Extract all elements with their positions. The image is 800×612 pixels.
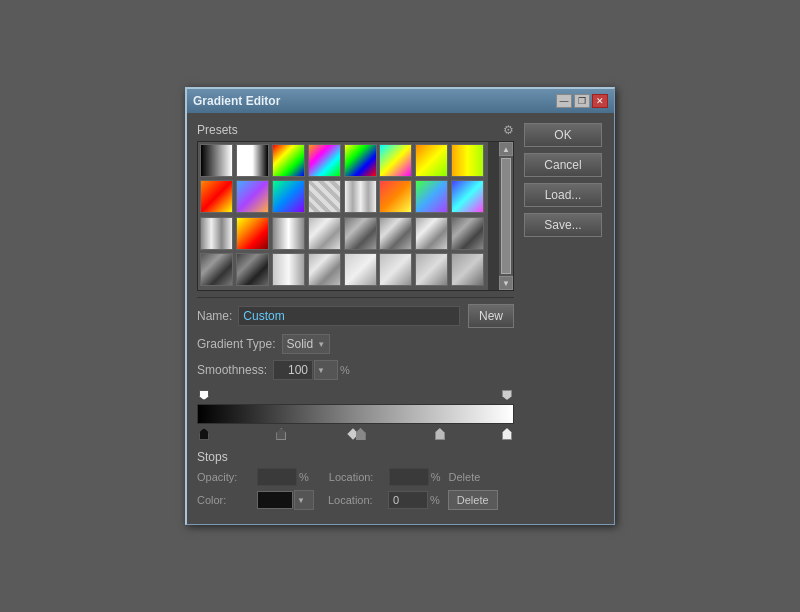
gradient-preview-area bbox=[197, 388, 514, 446]
presets-container: ▲ ▼ bbox=[197, 141, 514, 291]
color-stop-right[interactable] bbox=[502, 428, 512, 440]
stops-header: Stops bbox=[197, 450, 514, 464]
preset-item[interactable] bbox=[344, 217, 377, 250]
preset-item[interactable] bbox=[379, 253, 412, 286]
color-stop-second[interactable] bbox=[276, 428, 286, 440]
opacity-percent: % bbox=[299, 471, 309, 483]
preset-item[interactable] bbox=[272, 180, 305, 213]
color-location-label: Location: bbox=[328, 494, 388, 506]
divider bbox=[197, 297, 514, 298]
preset-item[interactable] bbox=[379, 217, 412, 250]
cancel-button[interactable]: Cancel bbox=[524, 153, 602, 177]
preset-item[interactable] bbox=[308, 217, 341, 250]
preset-item[interactable] bbox=[451, 253, 484, 286]
gradient-editor-dialog: Gradient Editor — ❐ ✕ Presets ⚙ bbox=[185, 87, 615, 525]
color-row: Color: ▼ Location: % Delete bbox=[197, 490, 514, 510]
color-stop-third[interactable] bbox=[356, 428, 366, 440]
color-swatch[interactable] bbox=[257, 491, 293, 509]
preset-item[interactable] bbox=[451, 217, 484, 250]
color-stop-left[interactable] bbox=[199, 428, 209, 440]
dialog-body: Presets ⚙ bbox=[187, 113, 614, 524]
restore-button[interactable]: ❐ bbox=[574, 94, 590, 108]
preset-item[interactable] bbox=[415, 253, 448, 286]
color-stops-row bbox=[197, 426, 514, 446]
opacity-location-input[interactable] bbox=[389, 468, 429, 486]
smoothness-input[interactable] bbox=[273, 360, 313, 380]
opacity-location-percent: % bbox=[431, 471, 441, 483]
opacity-row: Opacity: % Location: % Delete bbox=[197, 468, 514, 486]
left-panel: Presets ⚙ bbox=[197, 123, 514, 514]
preset-item[interactable] bbox=[344, 144, 377, 177]
smoothness-dropdown[interactable]: ▼ bbox=[314, 360, 338, 380]
title-bar: Gradient Editor — ❐ ✕ bbox=[187, 89, 614, 113]
presets-menu-icon[interactable]: ⚙ bbox=[503, 123, 514, 137]
color-arrow-icon: ▼ bbox=[297, 496, 305, 505]
preset-item[interactable] bbox=[344, 180, 377, 213]
title-bar-buttons: — ❐ ✕ bbox=[556, 94, 608, 108]
name-row: Name: New bbox=[197, 304, 514, 328]
preset-item[interactable] bbox=[200, 217, 233, 250]
save-button[interactable]: Save... bbox=[524, 213, 602, 237]
preset-item[interactable] bbox=[379, 180, 412, 213]
preset-item[interactable] bbox=[415, 144, 448, 177]
preset-item[interactable] bbox=[200, 144, 233, 177]
color-location-percent: % bbox=[430, 494, 440, 506]
color-label: Color: bbox=[197, 494, 257, 506]
presets-label: Presets bbox=[197, 123, 238, 137]
preset-item[interactable] bbox=[236, 144, 269, 177]
preset-item[interactable] bbox=[200, 253, 233, 286]
delete-inactive-label: Delete bbox=[449, 471, 481, 483]
color-location-input[interactable] bbox=[388, 491, 428, 509]
gradient-type-label: Gradient Type: bbox=[197, 337, 276, 351]
smoothness-row: Smoothness: ▼ % bbox=[197, 360, 514, 380]
preset-item[interactable] bbox=[415, 217, 448, 250]
gradient-type-select[interactable]: Solid ▼ bbox=[282, 334, 331, 354]
opacity-location-label: Location: bbox=[329, 471, 389, 483]
preset-item[interactable] bbox=[451, 144, 484, 177]
preset-item[interactable] bbox=[236, 253, 269, 286]
opacity-stop-left[interactable] bbox=[199, 390, 209, 400]
new-button[interactable]: New bbox=[468, 304, 514, 328]
preset-item[interactable] bbox=[236, 180, 269, 213]
preset-item[interactable] bbox=[272, 217, 305, 250]
gradient-bar[interactable] bbox=[197, 404, 514, 424]
minimize-button[interactable]: — bbox=[556, 94, 572, 108]
scroll-down-arrow[interactable]: ▼ bbox=[499, 276, 513, 290]
ok-button[interactable]: OK bbox=[524, 123, 602, 147]
delete-button[interactable]: Delete bbox=[448, 490, 498, 510]
dropdown-arrow-icon: ▼ bbox=[317, 340, 325, 349]
preset-item[interactable] bbox=[415, 180, 448, 213]
dialog-title: Gradient Editor bbox=[193, 94, 280, 108]
scroll-thumb[interactable] bbox=[501, 158, 511, 274]
name-input[interactable] bbox=[238, 306, 460, 326]
presets-section-header: Presets ⚙ bbox=[197, 123, 514, 137]
preset-item[interactable] bbox=[308, 180, 341, 213]
gradient-type-row: Gradient Type: Solid ▼ bbox=[197, 334, 514, 354]
color-stop-fourth[interactable] bbox=[435, 428, 445, 440]
preset-item[interactable] bbox=[344, 253, 377, 286]
preset-item[interactable] bbox=[272, 253, 305, 286]
stops-section: Stops Opacity: % Location: % Delete Colo… bbox=[197, 450, 514, 510]
close-button[interactable]: ✕ bbox=[592, 94, 608, 108]
preset-item[interactable] bbox=[308, 253, 341, 286]
preset-item[interactable] bbox=[236, 217, 269, 250]
preset-item[interactable] bbox=[451, 180, 484, 213]
preset-item[interactable] bbox=[200, 180, 233, 213]
name-label: Name: bbox=[197, 309, 232, 323]
color-dropdown[interactable]: ▼ bbox=[294, 490, 314, 510]
smoothness-arrow-icon: ▼ bbox=[317, 366, 325, 375]
load-button[interactable]: Load... bbox=[524, 183, 602, 207]
smoothness-percent: % bbox=[340, 364, 350, 376]
preset-item[interactable] bbox=[379, 144, 412, 177]
opacity-stop-right[interactable] bbox=[502, 390, 512, 400]
scroll-up-arrow[interactable]: ▲ bbox=[499, 142, 513, 156]
preset-item[interactable] bbox=[308, 144, 341, 177]
preset-item[interactable] bbox=[272, 144, 305, 177]
opacity-value-input[interactable] bbox=[257, 468, 297, 486]
right-panel: OK Cancel Load... Save... bbox=[524, 123, 604, 514]
presets-grid bbox=[198, 142, 488, 290]
opacity-label: Opacity: bbox=[197, 471, 257, 483]
smoothness-label: Smoothness: bbox=[197, 363, 267, 377]
presets-scrollbar[interactable]: ▲ ▼ bbox=[499, 142, 513, 290]
opacity-stops-row bbox=[197, 388, 514, 404]
